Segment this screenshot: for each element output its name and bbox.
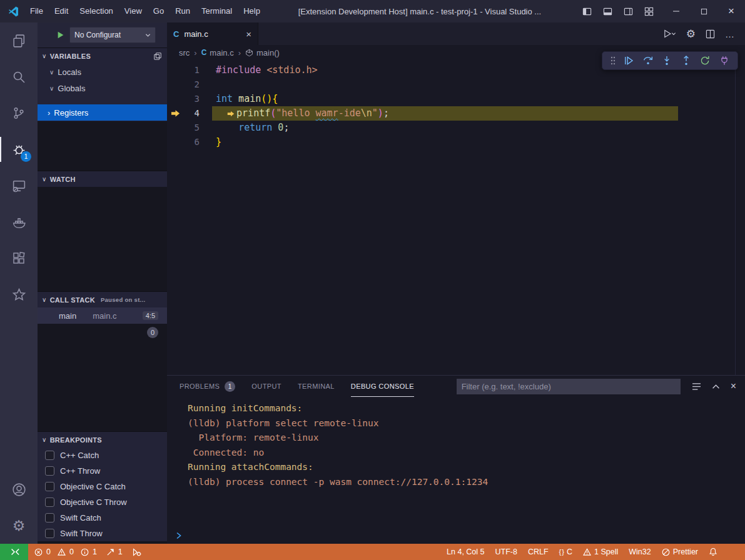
checkbox[interactable] xyxy=(45,482,54,491)
minimize-button[interactable] xyxy=(662,0,690,22)
step-into-button[interactable] xyxy=(661,55,672,66)
breakpoint-gutter[interactable] xyxy=(167,135,183,149)
close-window-button[interactable]: × xyxy=(717,0,745,22)
breakpoint-gutter[interactable] xyxy=(167,92,183,106)
cursor-position[interactable]: Ln 4, Col 5 xyxy=(447,548,484,556)
close-panel-icon[interactable]: × xyxy=(731,381,736,392)
tab-terminal[interactable]: TERMINAL xyxy=(298,376,335,397)
console-input-row[interactable] xyxy=(167,527,745,544)
breadcrumb-main-c[interactable]: C main.c xyxy=(201,48,234,58)
session-count-badge: 0 xyxy=(147,327,158,338)
customize-layout-icon[interactable] xyxy=(644,7,654,16)
variables-pane-header[interactable]: ∨ VARIABLES xyxy=(38,48,167,64)
checkbox[interactable] xyxy=(45,466,54,476)
close-tab-icon[interactable]: × xyxy=(246,29,251,39)
activity-run-and-debug[interactable]: 1 xyxy=(0,131,38,168)
breakpoint-gutter[interactable] xyxy=(167,78,183,92)
console-filter-input[interactable] xyxy=(457,379,681,394)
eol-sequence[interactable]: CRLF xyxy=(528,548,549,556)
tab-output[interactable]: OUTPUT xyxy=(251,376,281,397)
menu-edit[interactable]: Edit xyxy=(49,0,74,22)
collapse-all-icon[interactable] xyxy=(153,52,162,61)
toggle-sidebar-icon[interactable] xyxy=(582,7,592,16)
output-settings-icon[interactable] xyxy=(692,382,701,391)
code-line-2[interactable]: 2 xyxy=(167,78,745,92)
activity-remote-explorer[interactable] xyxy=(0,168,38,204)
restart-button[interactable] xyxy=(699,55,711,66)
breakpoint-gutter[interactable] xyxy=(167,106,183,121)
remote-indicator[interactable] xyxy=(0,544,28,560)
toggle-secondary-sidebar-icon[interactable] xyxy=(624,7,633,16)
menu-help[interactable]: Help xyxy=(238,0,266,22)
code-editor[interactable]: 1 #include <stdio.h> 2 3 int main(){ xyxy=(167,60,745,375)
menu-terminal[interactable]: Terminal xyxy=(196,0,238,22)
tab-problems[interactable]: PROBLEMS 1 xyxy=(180,376,235,397)
activity-docker[interactable] xyxy=(0,204,38,240)
breadcrumb-main-symbol[interactable]: main() xyxy=(245,48,280,58)
breakpoint-objc-catch[interactable]: Objective C Catch xyxy=(38,479,167,494)
checkbox[interactable] xyxy=(45,498,54,507)
split-editor-icon[interactable] xyxy=(706,29,715,39)
more-actions-icon[interactable]: … xyxy=(725,29,735,39)
step-over-button[interactable] xyxy=(642,55,654,66)
maximize-panel-icon[interactable] xyxy=(712,384,720,389)
spell-checker[interactable]: 1 Spell xyxy=(583,548,618,556)
breakpoints-pane-header[interactable]: ∨ BREAKPOINTS xyxy=(38,431,167,448)
variables-scope-registers[interactable]: › Registers xyxy=(38,104,167,121)
tab-label: main.c xyxy=(184,29,208,39)
breakpoint-gutter[interactable] xyxy=(167,121,183,135)
activity-search[interactable] xyxy=(0,59,38,95)
problems-summary[interactable]: 0 0 1 xyxy=(34,548,97,556)
launch-config-dropdown[interactable]: No Configurat xyxy=(69,27,156,43)
start-debug-icon[interactable] xyxy=(56,31,65,39)
menu-file[interactable]: File xyxy=(24,0,49,22)
line-number: 1 xyxy=(183,63,200,78)
menu-go[interactable]: Go xyxy=(148,0,170,22)
formatter-prettier[interactable]: Prettier xyxy=(662,548,698,556)
platform-target[interactable]: Win32 xyxy=(629,548,651,556)
breakpoint-swift-throw[interactable]: Swift Throw xyxy=(38,526,167,541)
code-line-3[interactable]: 3 int main(){ xyxy=(167,92,745,106)
call-stack-pane-header[interactable]: ∨ CALL STACK Paused on st... xyxy=(38,291,167,308)
activity-accounts[interactable] xyxy=(0,471,38,508)
breakpoint-cpp-throw[interactable]: C++ Throw xyxy=(38,463,167,479)
variables-scope-locals[interactable]: ∨ Locals xyxy=(38,64,167,80)
breadcrumb-src[interactable]: src xyxy=(179,48,190,58)
toolchain-status[interactable]: 1 xyxy=(106,548,123,556)
tab-main-c[interactable]: C main.c × xyxy=(167,22,258,45)
activity-explorer[interactable] xyxy=(0,22,38,59)
toolbar-drag-grip[interactable] xyxy=(611,56,616,66)
checkbox[interactable] xyxy=(45,529,54,538)
breakpoint-swift-catch[interactable]: Swift Catch xyxy=(38,510,167,526)
language-mode[interactable]: { } C xyxy=(559,548,572,556)
menu-selection[interactable]: Selection xyxy=(74,0,118,22)
maximize-button[interactable] xyxy=(690,0,717,22)
checkbox[interactable] xyxy=(45,451,54,460)
disconnect-button[interactable] xyxy=(719,55,730,66)
activity-settings[interactable]: ⚙ xyxy=(0,508,38,544)
watch-pane-header[interactable]: ∨ WATCH xyxy=(38,171,167,187)
encoding[interactable]: UTF-8 xyxy=(495,548,517,556)
continue-button[interactable] xyxy=(623,55,634,66)
activity-extensions[interactable] xyxy=(0,240,38,276)
checkbox[interactable] xyxy=(45,513,54,522)
variables-scope-globals[interactable]: ∨ Globals xyxy=(38,80,167,96)
toggle-panel-icon[interactable] xyxy=(603,7,612,16)
breakpoint-gutter[interactable] xyxy=(167,63,183,78)
tab-debug-console[interactable]: DEBUG CONSOLE xyxy=(351,376,414,397)
menu-view[interactable]: View xyxy=(119,0,148,22)
gear-icon[interactable]: ⚙ xyxy=(686,29,696,39)
notifications-bell[interactable] xyxy=(709,548,717,556)
code-line-6[interactable]: 6 } xyxy=(167,135,745,149)
code-line-4-current[interactable]: 4 printf("hello wamr-ide\n"); xyxy=(167,106,745,121)
activity-source-control[interactable] xyxy=(0,95,38,131)
debug-status[interactable] xyxy=(132,548,141,557)
activity-favorites[interactable] xyxy=(0,276,38,312)
code-line-5[interactable]: 5 return 0; xyxy=(167,121,745,135)
step-out-button[interactable] xyxy=(681,55,692,66)
menu-run[interactable]: Run xyxy=(170,0,196,22)
run-or-debug-icon[interactable] xyxy=(664,29,676,39)
stack-frame-row[interactable]: main main.c 4:5 xyxy=(38,308,167,324)
breakpoint-objc-throw[interactable]: Objective C Throw xyxy=(38,494,167,510)
breakpoint-cpp-catch[interactable]: C++ Catch xyxy=(38,448,167,463)
